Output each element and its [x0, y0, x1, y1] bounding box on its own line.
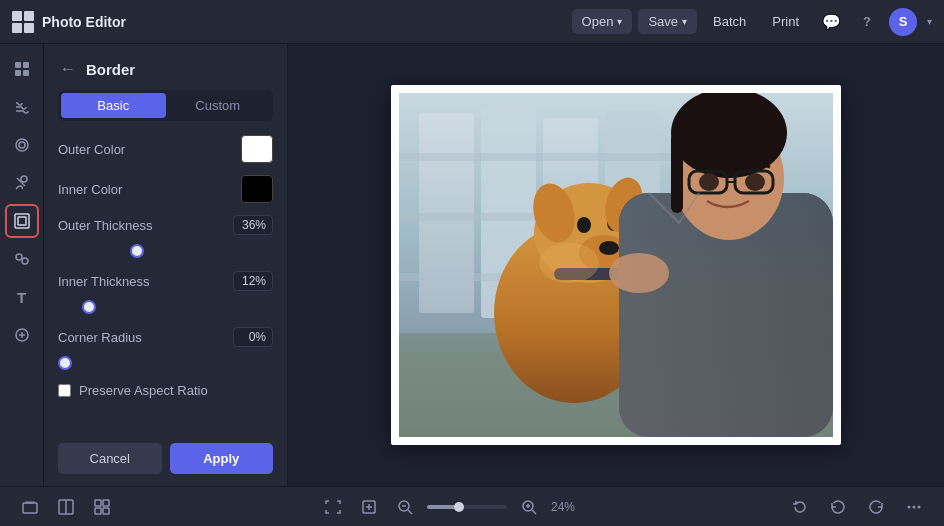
svg-rect-49 — [95, 508, 101, 514]
svg-point-55 — [913, 505, 916, 508]
zoom-out-icon-button[interactable] — [391, 493, 419, 521]
zoom-percentage: 24% — [551, 500, 583, 514]
sidebar-item-home[interactable] — [5, 52, 39, 86]
svg-rect-1 — [23, 62, 29, 68]
preserve-ratio-checkbox[interactable] — [58, 384, 71, 397]
layers-icon-button[interactable] — [16, 493, 44, 521]
outer-thickness-slider[interactable] — [58, 249, 273, 253]
inner-thickness-row: Inner Thickness 12% — [58, 271, 273, 313]
sidebar-item-text[interactable]: T — [5, 280, 39, 314]
open-button[interactable]: Open ▾ — [572, 9, 633, 34]
svg-rect-47 — [95, 500, 101, 506]
actual-size-icon-button[interactable] — [355, 493, 383, 521]
save-chevron-icon: ▾ — [682, 16, 687, 27]
open-chevron-icon: ▾ — [617, 16, 622, 27]
canvas-image — [391, 85, 841, 445]
inner-color-row: Inner Color — [58, 175, 273, 203]
zoom-in-icon-button[interactable] — [515, 493, 543, 521]
svg-point-39 — [699, 173, 719, 191]
svg-rect-17 — [399, 153, 679, 161]
apply-button[interactable]: Apply — [170, 443, 274, 474]
header: Photo Editor Open ▾ Save ▾ Batch Print 💬… — [0, 0, 944, 44]
inner-thickness-label: Inner Thickness — [58, 274, 150, 289]
svg-point-4 — [16, 139, 28, 151]
header-actions: Open ▾ Save ▾ Batch Print — [572, 9, 809, 34]
svg-rect-50 — [103, 508, 109, 514]
tab-toggle: Basic Custom — [58, 90, 273, 121]
main-layout: T ← Border Basic Custom Outer Color Inne… — [0, 44, 944, 486]
icon-bar: T — [0, 44, 44, 486]
redo-icon-button[interactable] — [862, 493, 890, 521]
avatar[interactable]: S — [889, 8, 917, 36]
zoom-slider[interactable] — [427, 505, 507, 509]
app-logo: Photo Editor — [12, 11, 126, 33]
photo-svg — [399, 93, 833, 437]
compare-icon-button[interactable] — [52, 493, 80, 521]
grid-icon — [12, 11, 34, 33]
preserve-ratio-row: Preserve Aspect Ratio — [58, 383, 273, 398]
bottom-right-actions — [786, 493, 928, 521]
panel-buttons: Cancel Apply — [44, 431, 287, 486]
sidebar-item-adjust[interactable] — [5, 90, 39, 124]
back-button[interactable]: ← — [58, 58, 78, 80]
panel-content: Outer Color Inner Color Outer Thickness … — [44, 135, 287, 431]
bottom-center-controls: 24% — [319, 493, 583, 521]
svg-point-6 — [21, 176, 27, 182]
header-icons: 💬 ? S ▾ — [817, 8, 932, 36]
corner-radius-value: 0% — [233, 327, 273, 347]
inner-color-swatch[interactable] — [241, 175, 273, 203]
panel-title: Border — [86, 61, 135, 78]
svg-rect-44 — [25, 501, 35, 504]
sidebar-item-watermark[interactable] — [5, 318, 39, 352]
svg-rect-2 — [15, 70, 21, 76]
inner-thickness-value: 12% — [233, 271, 273, 291]
svg-point-54 — [908, 505, 911, 508]
preserve-ratio-label: Preserve Aspect Ratio — [79, 383, 208, 398]
sidebar-item-brush[interactable] — [5, 166, 39, 200]
rotate-left-icon-button[interactable] — [786, 493, 814, 521]
svg-rect-0 — [15, 62, 21, 68]
inner-thickness-slider[interactable] — [58, 305, 273, 309]
outer-thickness-label: Outer Thickness — [58, 218, 152, 233]
outer-color-swatch[interactable] — [241, 135, 273, 163]
outer-thickness-row: Outer Thickness 36% — [58, 215, 273, 257]
svg-point-10 — [22, 258, 28, 264]
svg-point-56 — [918, 505, 921, 508]
fit-screen-icon-button[interactable] — [319, 493, 347, 521]
sidebar-item-filter[interactable] — [5, 128, 39, 162]
svg-rect-43 — [23, 503, 37, 513]
panel-header: ← Border — [44, 44, 287, 90]
tab-custom[interactable]: Custom — [166, 93, 271, 118]
side-panel: ← Border Basic Custom Outer Color Inner … — [44, 44, 288, 486]
corner-radius-row: Corner Radius 0% — [58, 327, 273, 369]
svg-rect-35 — [671, 133, 683, 213]
avatar-chevron-icon: ▾ — [927, 16, 932, 27]
svg-rect-7 — [15, 214, 29, 228]
svg-point-9 — [16, 254, 22, 260]
print-button[interactable]: Print — [762, 9, 809, 34]
undo-icon-button[interactable] — [824, 493, 852, 521]
sidebar-item-border[interactable] — [5, 204, 39, 238]
outer-color-label: Outer Color — [58, 142, 125, 157]
svg-rect-48 — [103, 500, 109, 506]
svg-point-41 — [609, 253, 669, 293]
batch-button[interactable]: Batch — [703, 9, 756, 34]
svg-rect-8 — [18, 217, 26, 225]
sidebar-item-effects[interactable] — [5, 242, 39, 276]
svg-rect-3 — [23, 70, 29, 76]
more-options-icon-button[interactable] — [900, 493, 928, 521]
svg-point-40 — [745, 173, 765, 191]
help-icon-button[interactable]: ? — [853, 8, 881, 36]
bottom-bar: 24% — [0, 486, 944, 526]
svg-point-5 — [19, 142, 25, 148]
chat-icon-button[interactable]: 💬 — [817, 8, 845, 36]
corner-radius-slider[interactable] — [58, 361, 273, 365]
cancel-button[interactable]: Cancel — [58, 443, 162, 474]
outer-thickness-value: 36% — [233, 215, 273, 235]
save-button[interactable]: Save ▾ — [638, 9, 697, 34]
outer-color-row: Outer Color — [58, 135, 273, 163]
tab-basic[interactable]: Basic — [61, 93, 166, 118]
grid-view-icon-button[interactable] — [88, 493, 116, 521]
canvas-area — [288, 44, 944, 486]
image-wrapper — [391, 85, 841, 445]
